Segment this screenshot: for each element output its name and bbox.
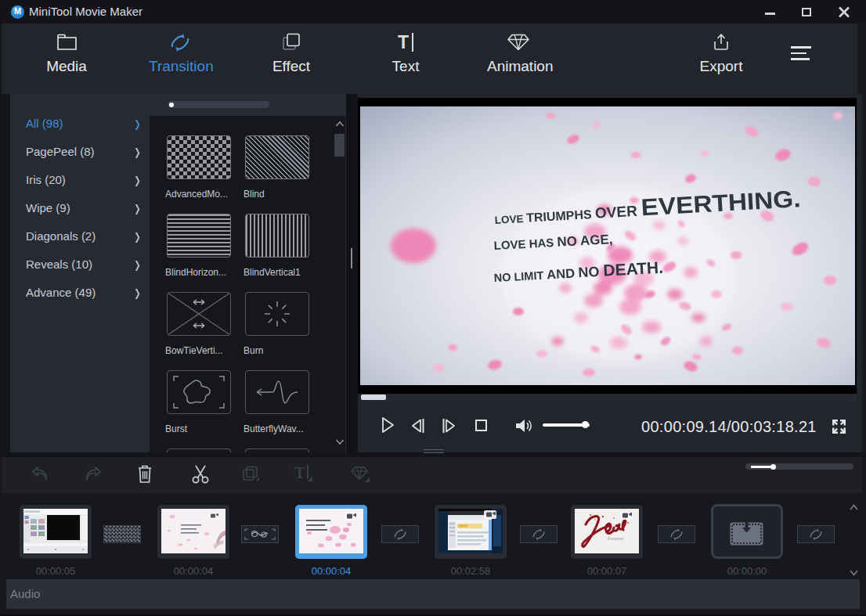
svg-text:Forever: Forever xyxy=(608,536,624,541)
